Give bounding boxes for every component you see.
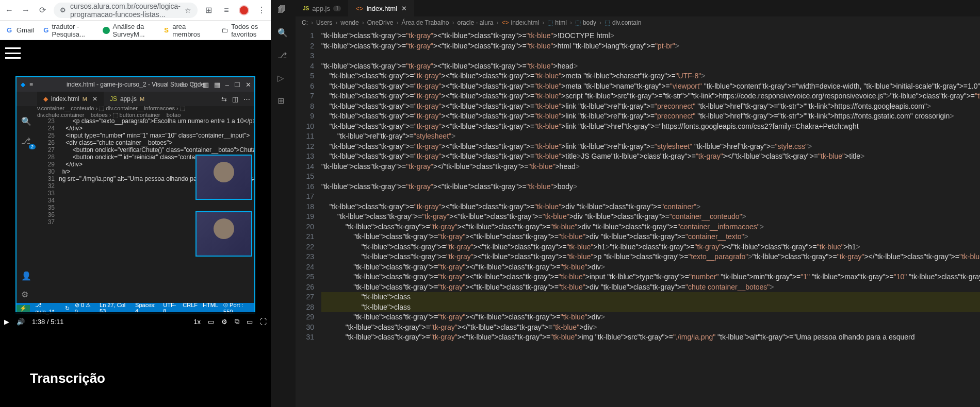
theater-icon[interactable]: ▭	[247, 318, 253, 326]
layout-icon[interactable]: ▭	[180, 81, 186, 89]
layout-icon-4[interactable]: ▦	[214, 81, 220, 89]
element-icon: ⬚	[575, 19, 581, 26]
pip-icon[interactable]: ⧉	[235, 317, 239, 326]
extensions-icon[interactable]: ⊞	[204, 5, 214, 15]
settings-icon[interactable]: ⚙	[221, 318, 227, 326]
html-file-icon: <>	[501, 19, 509, 26]
webcam-instructor-2	[195, 211, 252, 257]
site-settings-icon[interactable]: ⚙	[60, 6, 66, 14]
address-bar[interactable]: ⚙ cursos.alura.com.br/course/logica-prog…	[54, 3, 198, 18]
video-time: 1:38 / 5:11	[32, 318, 63, 326]
toolbar-menu-icon[interactable]: ≡	[29, 81, 33, 88]
element-icon: ⬚	[547, 19, 553, 26]
vscode-editor-group: JS app.js 1 <> index.html ✕ ◫ ⋯ C:› User…	[296, 0, 980, 407]
chrome-menu-icon[interactable]: ⋮	[256, 5, 267, 15]
layout-icon-3[interactable]: ▥	[203, 81, 209, 89]
page-content: ◆ ≡ index.html - game-js-curso_2 - Visua…	[0, 40, 271, 407]
bookmark-tradutor[interactable]: Gtradutor - Pesquisa...	[43, 23, 93, 38]
reload-button[interactable]: ⟳	[37, 5, 47, 15]
folder-icon: 🗀	[221, 26, 228, 35]
chrome-window: ← → ⟳ ⚙ cursos.alura.com.br/course/logic…	[0, 0, 271, 407]
element-icon: ⬚	[605, 19, 610, 26]
explorer-icon[interactable]: 🗐	[277, 5, 289, 16]
vscode-breadcrumb[interactable]: C:› Users› wende› OneDrive› Área de Trab…	[296, 16, 980, 29]
tab-app-js[interactable]: JS app.js 1	[296, 0, 349, 16]
html-file-icon: ◆	[43, 95, 48, 103]
bookmark-gmail[interactable]: GGmail	[5, 26, 34, 35]
reading-list-icon[interactable]: ≡	[221, 5, 232, 15]
source-control-icon[interactable]: ⎇	[277, 50, 289, 62]
tab-app-js[interactable]: JS app.js M	[104, 92, 151, 106]
back-button[interactable]: ←	[4, 5, 14, 15]
vscode-logo-icon: ◆	[21, 81, 25, 88]
code-editor[interactable]: 232425262728293031323334353637 <p class=…	[17, 117, 254, 303]
close-tab-icon[interactable]: ✕	[401, 5, 407, 12]
vscode-window: 🗐 🔍 ⎇ ▷ ⊞ JS app.js 1 <> index.html ✕ ◫ …	[271, 0, 980, 407]
more-icon[interactable]: ⋯	[243, 95, 250, 103]
url-text: cursos.alura.com.br/course/logica-progra…	[70, 2, 181, 19]
breadcrumb[interactable]: v.container__conteudo › ⬚ div.container_…	[17, 106, 254, 117]
chrome-toolbar: ← → ⟳ ⚙ cursos.alura.com.br/course/logic…	[0, 0, 271, 21]
js-file-icon: JS	[110, 95, 117, 103]
sync-icon[interactable]: ↻	[65, 305, 70, 312]
tab-badge: 1	[333, 6, 341, 11]
close-tab-icon[interactable]: ✕	[92, 95, 97, 103]
extension-red-icon[interactable]	[239, 5, 249, 15]
volume-icon[interactable]: 🔊	[17, 318, 25, 326]
editor-tabs: ◆ index.html M ✕ JS app.js M ⇆ ◫ ⋯	[17, 92, 254, 106]
vscode-tabs: JS app.js 1 <> index.html ✕ ◫ ⋯	[296, 0, 980, 16]
bookmark-area[interactable]: Sarea membros	[164, 23, 203, 38]
bookmark-todos[interactable]: 🗀Todos os favoritos	[221, 23, 266, 38]
menu-hamburger-icon[interactable]	[5, 47, 21, 59]
fullscreen-icon[interactable]: ⛶	[260, 318, 267, 326]
transcription-heading: Transcrição	[30, 370, 105, 386]
maximize-icon[interactable]: ☐	[234, 81, 240, 89]
star-icon[interactable]: ☆	[185, 6, 191, 14]
tab-index-html[interactable]: <> index.html ✕	[348, 0, 414, 16]
forward-button[interactable]: →	[21, 5, 31, 15]
line-numbers: 1234567891011121314151617181920212223242…	[296, 29, 321, 407]
vscode-titlebar: ◆ ≡ index.html - game-js-curso_2 - Visua…	[17, 77, 254, 92]
layout-icon-2[interactable]: ◫	[191, 81, 198, 89]
bookmark-analise[interactable]: Análise da SurveyM...	[103, 23, 154, 38]
vscode-activity-bar: 🗐 🔍 ⎇ ▷ ⊞	[271, 0, 296, 407]
bookmarks-bar: GGmail Gtradutor - Pesquisa... Análise d…	[0, 21, 271, 40]
line-gutter: 232425262728293031323334353637	[37, 117, 59, 303]
video-controls: ▶ 🔊 1:38 / 5:11 1x ▭ ⚙ ⧉ ▭ ⛶	[0, 312, 271, 331]
close-icon[interactable]: ✕	[246, 81, 251, 89]
code-content: "tk-lblue">class"tk-gray">="tk-gray"><"t…	[321, 29, 980, 407]
js-file-icon: JS	[303, 6, 309, 11]
playback-speed[interactable]: 1x	[193, 318, 201, 326]
status-bar: ⚡ ⎇ aula_1* ↻ ⊘ 0 ⚠ 0 Ln 27, Col 53 Spac…	[17, 303, 254, 313]
split-icon[interactable]: ◫	[232, 95, 238, 103]
extensions-icon[interactable]: ⊞	[277, 96, 289, 107]
run-debug-icon[interactable]: ▷	[277, 73, 289, 84]
play-icon[interactable]: ▶	[4, 318, 9, 326]
video-player[interactable]: ◆ ≡ index.html - game-js-curso_2 - Visua…	[15, 76, 255, 314]
extensions-area: ⊞ ≡ ⋮	[204, 5, 267, 15]
search-icon[interactable]: 🔍	[277, 28, 289, 39]
code-lines: <p class="texto__paragrafo">Escolha um n…	[59, 117, 254, 303]
minimize-icon[interactable]: –	[225, 81, 229, 89]
vscode-code-editor[interactable]: 1234567891011121314151617181920212223242…	[296, 29, 980, 407]
tab-index-html[interactable]: ◆ index.html M ✕	[37, 92, 104, 106]
captions-icon[interactable]: ▭	[208, 318, 214, 326]
remote-icon[interactable]: ⚡	[17, 305, 30, 312]
webcam-instructor-1	[195, 155, 252, 200]
html-file-icon: <>	[355, 5, 363, 12]
compare-icon[interactable]: ⇆	[221, 95, 227, 103]
